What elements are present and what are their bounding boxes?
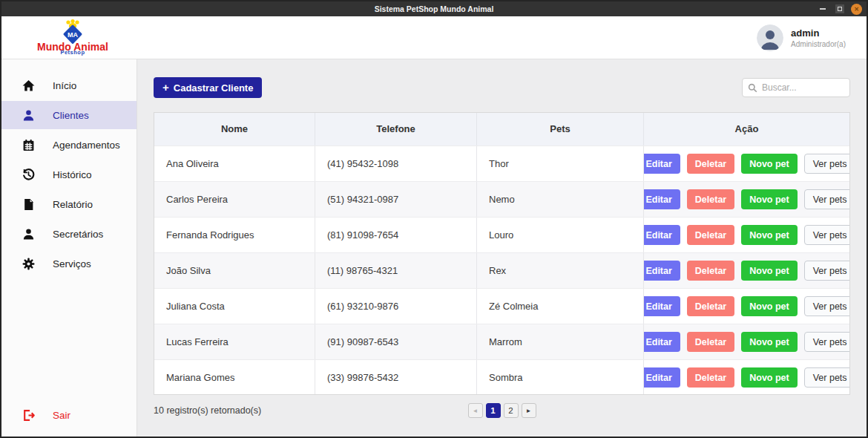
table-footer: 10 registro(s) retornado(s) ◄12► [154, 403, 850, 418]
view-pets-button[interactable]: Ver pets [804, 261, 849, 281]
client-phone: (61) 93210-9876 [315, 289, 476, 324]
new-pet-button[interactable]: Novo pet [741, 154, 797, 174]
avatar [757, 24, 783, 51]
person-icon [22, 228, 35, 241]
records-count: 10 registro(s) retornado(s) [154, 405, 468, 416]
view-pets-button[interactable]: Ver pets [804, 332, 849, 352]
client-pets: Louro [476, 218, 643, 252]
new-pet-button[interactable]: Novo pet [741, 332, 797, 352]
maximize-icon [835, 4, 844, 13]
main-content: + Cadastrar Cliente Nome Telef [137, 59, 867, 437]
sidebar-item-relatorio[interactable]: Relatório [1, 190, 137, 218]
delete-button[interactable]: Deletar [687, 154, 734, 174]
edit-button[interactable]: Editar [643, 332, 680, 352]
sidebar-item-inicio[interactable]: Início [1, 71, 137, 99]
edit-button[interactable]: Editar [643, 261, 680, 281]
sidebar-item-label: Serviços [53, 258, 91, 269]
table-row: Carlos Pereira (51) 94321-0987 Nemo Edit… [154, 181, 849, 217]
table-header: Nome Telefone Pets Ação [154, 113, 849, 146]
sidebar-item-servicos[interactable]: Serviços [1, 249, 137, 278]
sidebar-item-label: Agendamentos [53, 140, 120, 151]
view-pets-button[interactable]: Ver pets [804, 154, 849, 174]
sidebar-item-label: Clientes [53, 110, 89, 121]
delete-button[interactable]: Deletar [687, 261, 734, 281]
client-name: Juliana Costa [154, 289, 315, 324]
app-window: Sistema PetShop Mundo Animal ✕ MA Mundo … [0, 0, 868, 438]
client-phone: (81) 91098-7654 [315, 218, 476, 252]
delete-button[interactable]: Deletar [687, 189, 734, 209]
user-avatar-icon [757, 24, 783, 51]
client-phone: (51) 94321-0987 [315, 182, 476, 217]
minimize-icon [820, 8, 826, 10]
new-pet-button[interactable]: Novo pet [741, 189, 797, 209]
prev-page-button[interactable]: ◄ [468, 403, 483, 418]
client-name: Fernanda Rodrigues [154, 218, 315, 252]
client-pets: Zé Colmeia [476, 289, 643, 324]
table-body: Ana Oliveira (41) 95432-1098 Thor Editar… [154, 146, 849, 395]
user-role: Administrador(a) [791, 40, 846, 48]
close-button[interactable]: ✕ [851, 4, 862, 15]
view-pets-button[interactable]: Ver pets [804, 296, 849, 316]
new-pet-button[interactable]: Novo pet [741, 261, 797, 281]
client-pets: Sombra [476, 360, 643, 395]
titlebar[interactable]: Sistema PetShop Mundo Animal ✕ [1, 1, 867, 16]
table-row: Fernanda Rodrigues (81) 91098-7654 Louro… [154, 217, 849, 252]
sidebar-item-label: Início [53, 80, 76, 91]
pagination: ◄12► [468, 403, 536, 418]
edit-button[interactable]: Editar [643, 367, 680, 388]
row-actions: Editar Deletar Novo pet Ver pets [643, 360, 849, 395]
page-button-1[interactable]: 1 [486, 403, 501, 418]
row-actions: Editar Deletar Novo pet Ver pets [643, 218, 849, 252]
sidebar-item-clientes[interactable]: Clientes [1, 101, 137, 129]
sidebar-item-agendamentos[interactable]: Agendamentos [1, 131, 137, 159]
edit-button[interactable]: Editar [643, 189, 680, 209]
add-client-button[interactable]: + Cadastrar Cliente [154, 77, 262, 98]
new-pet-button[interactable]: Novo pet [741, 225, 797, 245]
row-actions: Editar Deletar Novo pet Ver pets [643, 253, 849, 288]
column-header-pets: Pets [476, 113, 643, 146]
sidebar-item-historico[interactable]: Histórico [1, 160, 137, 189]
minimize-button[interactable] [817, 3, 829, 15]
search-input[interactable] [742, 78, 850, 97]
app-header: MA Mundo Animal Petshop admin Administra… [1, 16, 867, 59]
row-actions: Editar Deletar Novo pet Ver pets [643, 146, 849, 181]
window-controls: ✕ [817, 1, 862, 16]
search-box [742, 78, 850, 97]
delete-button[interactable]: Deletar [687, 296, 734, 316]
edit-button[interactable]: Editar [643, 225, 680, 245]
next-page-button[interactable]: ► [522, 403, 536, 418]
client-name: João Silva [154, 253, 315, 288]
delete-button[interactable]: Deletar [687, 332, 734, 352]
table-row: Ana Oliveira (41) 95432-1098 Thor Editar… [154, 146, 849, 181]
view-pets-button[interactable]: Ver pets [804, 225, 849, 245]
maximize-button[interactable] [834, 3, 846, 15]
view-pets-button[interactable]: Ver pets [804, 189, 849, 209]
home-icon [22, 79, 35, 92]
gear-icon [22, 258, 35, 270]
app-logo: MA Mundo Animal Petshop [37, 19, 108, 56]
new-pet-button[interactable]: Novo pet [741, 367, 797, 388]
column-header-nome: Nome [154, 113, 315, 146]
client-phone: (91) 90987-6543 [315, 324, 476, 359]
edit-button[interactable]: Editar [643, 296, 680, 316]
user-icon [22, 109, 35, 122]
delete-button[interactable]: Deletar [687, 225, 734, 245]
column-header-acao: Ação [643, 113, 849, 146]
row-actions: Editar Deletar Novo pet Ver pets [643, 182, 849, 217]
sidebar-item-sair[interactable]: Sair [1, 409, 137, 422]
sidebar-item-label: Sair [53, 410, 70, 421]
add-client-label: Cadastrar Cliente [174, 82, 254, 94]
sidebar-item-secretarios[interactable]: Secretários [1, 220, 137, 248]
new-pet-button[interactable]: Novo pet [741, 296, 797, 316]
window-title: Sistema PetShop Mundo Animal [375, 4, 494, 13]
edit-button[interactable]: Editar [643, 154, 680, 174]
page-button-2[interactable]: 2 [504, 403, 519, 418]
client-phone: (33) 99876-5432 [315, 360, 476, 395]
client-name: Mariana Gomes [154, 360, 315, 395]
user-menu[interactable]: admin Administrador(a) [757, 24, 856, 51]
column-header-telefone: Telefone [315, 113, 476, 146]
delete-button[interactable]: Deletar [687, 367, 734, 388]
sidebar-item-label: Relatório [53, 199, 93, 210]
file-icon [22, 198, 35, 211]
view-pets-button[interactable]: Ver pets [804, 367, 849, 388]
